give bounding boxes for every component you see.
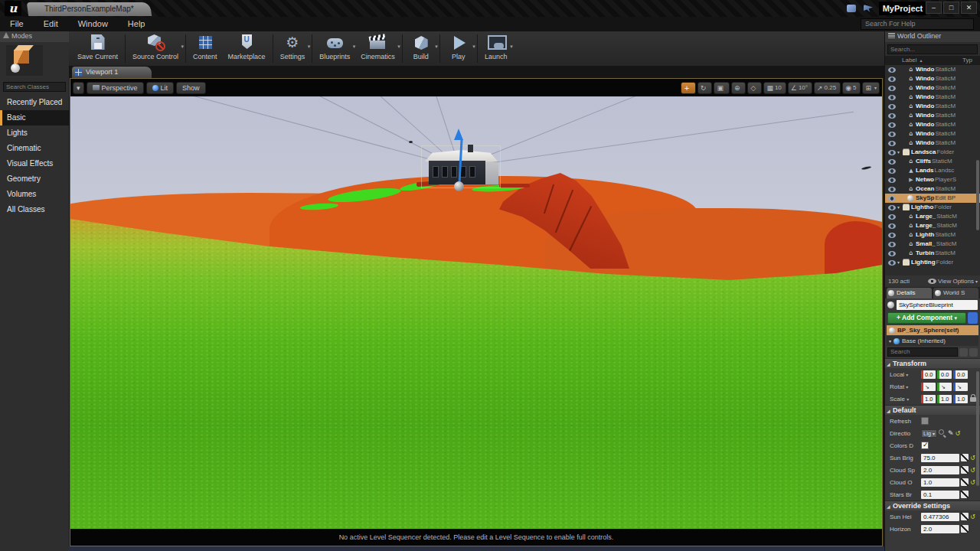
outliner-row[interactable]: Lands Landsc	[885, 166, 980, 175]
browse-icon[interactable]	[939, 429, 946, 437]
section-override-settings[interactable]: Override Settings	[885, 500, 980, 510]
visibility-eye-icon[interactable]	[888, 242, 896, 247]
viewport-tool-button[interactable]: ↗ 0.25	[814, 82, 841, 94]
outliner-row[interactable]: Cliffs StaticM	[885, 157, 980, 166]
lock-scale-icon[interactable]	[970, 397, 976, 402]
outliner-row[interactable]: Lighth StaticM	[885, 230, 980, 240]
modes-category[interactable]: All Classes	[0, 202, 69, 217]
expand-caret-icon[interactable]: ▾	[897, 258, 903, 267]
chevron-down-icon[interactable]: ▾	[397, 44, 400, 50]
outliner-row[interactable]: Windo StaticM	[885, 102, 980, 111]
maximize-button[interactable]: □	[943, 2, 959, 14]
pencil-icon[interactable]: ✎	[948, 429, 954, 437]
scale-x-input[interactable]: 1.0	[921, 395, 936, 403]
rotation-x-input[interactable]: ↘	[921, 383, 936, 391]
outliner-row[interactable]: Netwo PlayerS	[885, 175, 980, 184]
sun-brightness-input[interactable]: 75.0	[921, 454, 959, 462]
visibility-eye-icon[interactable]	[888, 86, 896, 91]
modes-category[interactable]: Visual Effects	[0, 156, 69, 171]
add-component-button[interactable]: + Add Component ▾	[887, 312, 966, 324]
toolbar-button[interactable]: Source Control ▾	[127, 31, 184, 66]
expand-icon[interactable]	[961, 478, 969, 486]
edit-blueprint-button[interactable]	[968, 312, 978, 324]
outliner-row[interactable]: Large_ StaticM	[885, 221, 980, 230]
modes-category[interactable]: Recently Placed	[0, 95, 69, 110]
viewport-tool-button[interactable]: ◉ 5	[842, 82, 861, 94]
component-row-self[interactable]: BP_Sky_Sphere(self)	[887, 325, 978, 335]
sort-arrow-icon[interactable]: ▴	[920, 56, 923, 65]
outliner-search-input[interactable]: Search...	[887, 44, 978, 54]
visibility-eye-icon[interactable]	[888, 159, 896, 165]
menu-item[interactable]: Help	[118, 17, 155, 31]
expand-caret-icon[interactable]: ▾	[889, 336, 891, 346]
visibility-eye-icon[interactable]	[888, 178, 896, 183]
tab-world-settings[interactable]: World S	[933, 288, 978, 298]
translate-gizmo-arrowhead[interactable]	[454, 129, 463, 140]
modes-category[interactable]: Lights	[0, 126, 69, 141]
outliner-row[interactable]: Windo StaticM	[885, 129, 980, 139]
actor-name-input[interactable]: SkySphereBlueprint	[897, 300, 978, 310]
viewport-options-dropdown[interactable]: ▾	[73, 82, 84, 94]
directional-light-dropdown[interactable]: Lig▾	[921, 429, 937, 438]
expand-caret-icon[interactable]: ▾	[897, 203, 903, 212]
visibility-eye-icon[interactable]	[888, 214, 896, 220]
expand-icon[interactable]	[961, 454, 969, 461]
column-label[interactable]: Label	[902, 56, 917, 65]
outliner-row[interactable]: Turbin StaticM	[885, 249, 980, 258]
scale-z-input[interactable]: 1.0	[953, 395, 968, 403]
tab-details[interactable]: Details	[887, 288, 932, 298]
cloud-opacity-input[interactable]: 1.0	[921, 478, 959, 487]
toolbar-button[interactable]: Marketplace	[223, 31, 271, 66]
place-mode-button[interactable]	[6, 45, 43, 76]
feedback-icon[interactable]	[847, 5, 856, 12]
viewport-3d-scene[interactable]	[70, 96, 882, 529]
toolbar-button[interactable]: Build ▾	[404, 31, 438, 66]
outliner-row[interactable]: Windo StaticM	[885, 93, 980, 102]
outliner-row[interactable]: Windo StaticM	[885, 120, 980, 129]
visibility-eye-icon[interactable]	[888, 95, 896, 100]
menu-item[interactable]: Edit	[34, 17, 68, 31]
help-search-input[interactable]: Search For Help	[861, 18, 974, 30]
expand-icon[interactable]	[961, 466, 969, 474]
tab-viewport-1[interactable]: Viewport 1	[72, 67, 152, 78]
modes-panel-header[interactable]: Modes	[0, 31, 69, 42]
visibility-eye-icon[interactable]	[888, 223, 896, 229]
details-view-options-button[interactable]	[969, 348, 978, 357]
stars-brightness-input[interactable]: 0.1	[921, 491, 959, 499]
viewport-tool-button[interactable]: ∠ 10°	[788, 82, 812, 94]
outliner-row[interactable]: SkySp Edit BP	[885, 194, 980, 203]
visibility-eye-icon[interactable]	[888, 168, 896, 174]
minimize-button[interactable]: –	[926, 2, 942, 14]
visibility-eye-icon[interactable]	[888, 104, 896, 109]
section-transform[interactable]: Transform	[885, 358, 980, 368]
details-search-input[interactable]: Search	[887, 347, 958, 357]
outliner-row[interactable]: ▾ Lightho Folder	[885, 203, 980, 212]
scale-y-input[interactable]: 1.0	[937, 395, 952, 403]
chevron-down-icon[interactable]: ▾	[510, 44, 513, 50]
house-wing[interactable]	[485, 162, 498, 184]
chevron-down-icon[interactable]: ▾	[308, 44, 311, 50]
expand-icon[interactable]	[961, 491, 969, 498]
refresh-checkbox[interactable]	[921, 417, 929, 425]
visibility-eye-icon[interactable]	[888, 67, 896, 73]
visibility-eye-icon[interactable]	[888, 233, 896, 238]
visibility-eye-icon[interactable]	[888, 205, 896, 210]
expand-caret-icon[interactable]: ▾	[897, 148, 903, 157]
rotation-y-input[interactable]: ↘	[937, 383, 952, 391]
component-row-base[interactable]: ▾ Base (Inherited)	[887, 336, 978, 346]
visibility-eye-icon[interactable]	[888, 196, 896, 201]
gizmo-origin-sphere[interactable]	[454, 181, 464, 191]
viewport-tool-button[interactable]: ⊕	[731, 82, 746, 94]
sun-height-input[interactable]: 0.477306	[921, 513, 959, 521]
cloud-speed-input[interactable]: 2.0	[921, 466, 959, 474]
outliner-row[interactable]: Large_ StaticM	[885, 212, 980, 221]
world-outliner-header[interactable]: World Outliner	[885, 31, 980, 42]
visibility-eye-icon[interactable]	[888, 141, 896, 146]
toolbar-button[interactable]: Save Current	[72, 31, 123, 66]
scale-label[interactable]: Scale ▾	[890, 396, 920, 403]
outliner-row[interactable]: Windo StaticM	[885, 83, 980, 93]
viewport-tool-button[interactable]: ↻	[697, 82, 713, 94]
outliner-row[interactable]: Windo StaticM	[885, 65, 980, 74]
toolbar-button[interactable]: Play ▾	[442, 31, 475, 66]
visibility-eye-icon[interactable]	[888, 113, 896, 119]
